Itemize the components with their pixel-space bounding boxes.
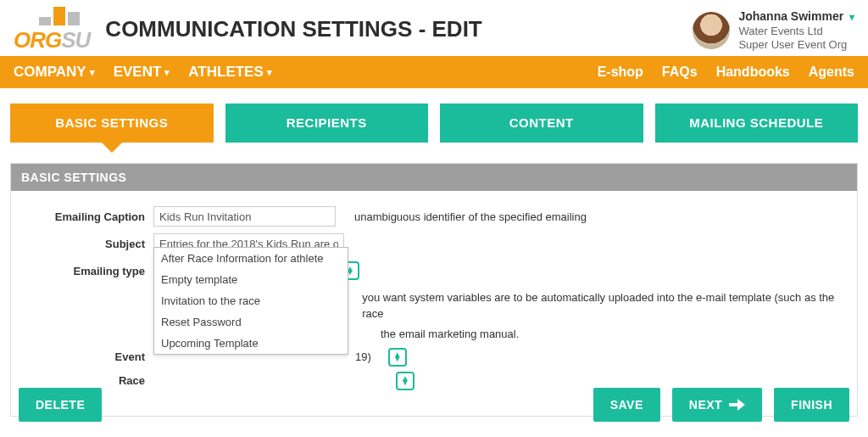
tab-basic-settings[interactable]: BASIC SETTINGS	[10, 104, 214, 143]
chevron-down-icon: ▾	[164, 67, 170, 78]
dropdown-option[interactable]: Empty template	[154, 269, 348, 290]
main-nav: COMPANY▾ EVENT▾ ATHLETES▾ E-shop FAQs Ha…	[0, 56, 868, 88]
stepper-event[interactable]: ▲ ▼	[388, 348, 407, 367]
hint-emailing-type-line1: you want system variables are to be auto…	[362, 288, 842, 322]
user-name: Johanna Swimmer	[738, 9, 843, 23]
label-emailing-type: Emailing type	[26, 265, 153, 277]
nav-athletes[interactable]: ATHLETES▾	[188, 64, 271, 81]
input-emailing-caption[interactable]	[153, 206, 336, 227]
brand-logo: ORGSU	[14, 5, 90, 53]
user-role: Super User Event Org	[738, 38, 854, 53]
nav-agents[interactable]: Agents	[809, 64, 854, 80]
nav-event[interactable]: EVENT▾	[114, 64, 170, 81]
label-emailing-caption: Emailing Caption	[26, 210, 153, 223]
chevron-down-icon: ▾	[267, 67, 272, 78]
save-button[interactable]: SAVE	[593, 388, 660, 422]
user-menu[interactable]: Johanna Swimmer ▾ Water Events Ltd Super…	[693, 5, 854, 53]
avatar	[693, 12, 730, 49]
dropdown-option[interactable]: After Race Information for athlete	[154, 248, 348, 269]
chevron-down-icon: ▼	[393, 357, 402, 361]
tab-recipients[interactable]: RECIPIENTS	[225, 104, 429, 143]
next-button[interactable]: NEXT	[672, 388, 762, 422]
nav-handbooks[interactable]: Handbooks	[716, 64, 790, 80]
dropdown-option[interactable]: Reset Password	[154, 311, 348, 333]
delete-button[interactable]: DELETE	[19, 388, 102, 422]
dropdown-option[interactable]: Invitation to the race	[154, 290, 348, 311]
dropdown-option[interactable]: Upcoming Template	[154, 333, 348, 354]
nav-company[interactable]: COMPANY▾	[14, 64, 95, 81]
finish-button[interactable]: FINISH	[774, 388, 849, 422]
tabs: BASIC SETTINGS RECIPIENTS CONTENT MAILIN…	[0, 88, 868, 143]
chevron-down-icon: ▾	[90, 67, 95, 78]
nav-eshop[interactable]: E-shop	[598, 64, 643, 80]
footer-actions: DELETE SAVE NEXT FINISH	[0, 374, 868, 437]
page-title: COMMUNICATION SETTINGS - EDIT	[105, 16, 481, 42]
next-button-label: NEXT	[689, 398, 722, 412]
tab-content[interactable]: CONTENT	[440, 104, 643, 143]
user-company: Water Events Ltd	[738, 25, 854, 39]
hint-emailing-type-line2: the email marketing manual.	[381, 324, 519, 343]
chevron-down-icon: ▾	[849, 11, 854, 23]
tab-mailing-schedule[interactable]: MAILING SCHEDULE	[655, 104, 859, 143]
arrow-right-icon	[729, 399, 745, 411]
nav-faqs[interactable]: FAQs	[662, 64, 698, 80]
dropdown-emailing-type[interactable]: After Race Information for athlete Empty…	[153, 247, 348, 355]
label-subject: Subject	[26, 238, 153, 250]
input-event-partial: 19)	[355, 350, 371, 363]
label-event: Event	[26, 350, 153, 363]
panel-title: BASIC SETTINGS	[11, 164, 857, 191]
hint-emailing-caption: unambiguous identifier of the specified …	[354, 210, 587, 223]
